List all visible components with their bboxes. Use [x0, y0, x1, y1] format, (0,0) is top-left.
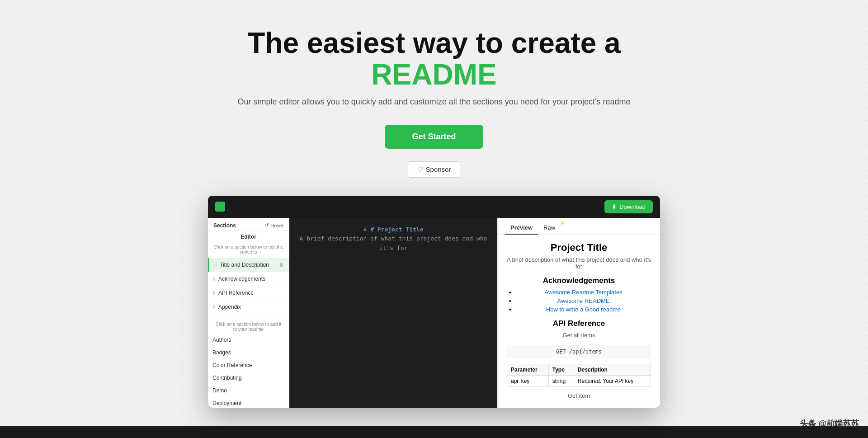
sponsor-label: Sponsor [426, 165, 451, 173]
app-body: Sections ↺ Reset Editor Click on a secti… [208, 218, 660, 408]
table-header-type: Type [548, 364, 574, 375]
editor-line-1: # # Project Title [297, 225, 490, 235]
preview-ack-list: Awesome Readme Templates Awesome README … [507, 289, 651, 313]
table-cell-type: string [548, 375, 574, 386]
get-started-button[interactable]: Get Started [385, 125, 483, 149]
table-header-description: Description [574, 364, 651, 375]
hero-title-part1: The easiest way to create a [247, 27, 620, 59]
add-section-label: Color Reference [212, 362, 252, 368]
sidebar-item-label: Title and Description [220, 262, 269, 268]
app-screenshot: ⬇ Download Sections ↺ Reset Editor Click… [208, 196, 660, 408]
download-button[interactable]: ⬇ Download [604, 200, 653, 213]
tab-raw[interactable]: Raw [538, 221, 561, 234]
editor-hash: # [363, 226, 370, 233]
hero-title: The easiest way to create a README [9, 27, 859, 91]
tab-preview[interactable]: Preview [505, 221, 538, 235]
download-label: Download [619, 203, 646, 210]
add-section-label: Contributing [212, 375, 242, 381]
preview-h2-acknowledgements: Acknowledgements [507, 276, 651, 285]
add-section-label: Demo [212, 387, 227, 394]
sidebar-item-label: Acknowledgements [218, 276, 265, 282]
sidebar-add-demo[interactable]: Demo [208, 384, 289, 397]
sidebar-item-title-description[interactable]: ⣿ Title and Description 🗑 [208, 258, 289, 272]
ack-link-3[interactable]: How to write a Good readme [546, 306, 621, 313]
editor-title-text: # Project Title [370, 226, 423, 233]
table-cell-param: api_key [507, 375, 549, 386]
sidebar-click-hint2: Click on a section below to add it to yo… [208, 318, 289, 334]
sponsor-button[interactable]: ♡ Sponsor [408, 161, 461, 178]
list-item: Awesome Readme Templates [516, 289, 651, 296]
preview-h2-api: API Reference [507, 319, 651, 328]
drag-handle-icon: ⣿ [212, 290, 216, 295]
sidebar-divider [208, 316, 289, 316]
sidebar-item-appendix[interactable]: ⣿ Appendix [208, 300, 289, 314]
drag-handle-icon: ⣿ [214, 262, 217, 267]
app-preview: Preview Raw Project Title A brief descri… [497, 218, 660, 408]
editor-desc-text: A brief description of what this project… [300, 235, 487, 251]
list-item: Awesome README [516, 297, 651, 304]
preview-content: Project Title A brief description of wha… [498, 235, 660, 408]
watermark: 头条 @前端苏苏 [800, 418, 859, 429]
add-section-label: Badges [212, 349, 231, 356]
reset-button[interactable]: ↺ Reset [265, 222, 283, 228]
preview-tabs: Preview Raw [498, 218, 660, 235]
reset-icon: ↺ [265, 222, 269, 228]
drag-handle-icon: ⣿ [212, 276, 216, 281]
table-head: Parameter Type Description [507, 364, 651, 375]
list-item: How to write a Good readme [516, 306, 651, 313]
add-section-label: Deployment [212, 400, 241, 406]
reset-label: Reset [270, 223, 283, 228]
sidebar-item-label: API Reference [218, 290, 254, 296]
add-section-label: Authors [212, 337, 231, 343]
preview-p1: A brief description of what this project… [507, 256, 651, 270]
hero-buttons: Get Started ♡ Sponsor [9, 125, 859, 178]
ack-link-2[interactable]: Awesome README [557, 297, 609, 304]
sidebar-add-deployment[interactable]: Deployment [208, 397, 289, 408]
preview-api-subtitle2: Get item [507, 392, 651, 399]
sidebar-item-acknowledgements[interactable]: ⣿ Acknowledgements [208, 272, 289, 286]
sections-label: Sections [213, 222, 236, 229]
table-header-parameter: Parameter [507, 364, 549, 375]
hero-subtitle: Our simple editor allows you to quickly … [9, 95, 859, 108]
sidebar-item-label: Appendix [218, 304, 241, 310]
sidebar-header: Sections ↺ Reset [208, 218, 289, 231]
app-topbar: ⬇ Download [208, 196, 660, 218]
editor-line-2: A brief description of what this project… [297, 234, 490, 253]
hero-content: The easiest way to create a README Our s… [9, 27, 859, 178]
app-logo [215, 202, 225, 212]
sidebar-add-color-reference[interactable]: Color Reference [208, 359, 289, 372]
preview-api-subtitle: Get all items [507, 332, 651, 339]
preview-h1: Project Title [507, 242, 651, 254]
editor-tab-label: Editor [208, 231, 289, 243]
table-row: api_key string Required. Your API key [507, 375, 651, 386]
app-editor[interactable]: # # Project Title A brief description of… [289, 218, 497, 408]
sidebar-add-authors[interactable]: Authors [208, 334, 289, 346]
ack-link-1[interactable]: Awesome Readme Templates [544, 289, 622, 296]
sidebar-add-contributing[interactable]: Contributing [208, 372, 289, 384]
sidebar-add-badges[interactable]: Badges [208, 346, 289, 359]
sidebar-click-hint: Click on a section below to edit the con… [208, 243, 289, 258]
heart-icon: ♡ [417, 165, 423, 174]
hero-title-readme: README [9, 59, 859, 90]
app-sidebar: Sections ↺ Reset Editor Click on a secti… [208, 218, 289, 408]
table-header-row: Parameter Type Description [507, 364, 651, 375]
sidebar-item-api-reference[interactable]: ⣿ API Reference [208, 286, 289, 300]
hero-section: The easiest way to create a README Our s… [0, 0, 868, 426]
download-icon: ⬇ [612, 203, 617, 210]
delete-icon[interactable]: 🗑 [279, 262, 284, 268]
drag-handle-icon: ⣿ [212, 304, 216, 309]
preview-table: Parameter Type Description api_key strin… [507, 364, 651, 387]
table-cell-desc: Required. Your API key [574, 375, 651, 386]
preview-api-code: GET /api/items [507, 345, 651, 358]
table-body: api_key string Required. Your API key [507, 375, 651, 386]
